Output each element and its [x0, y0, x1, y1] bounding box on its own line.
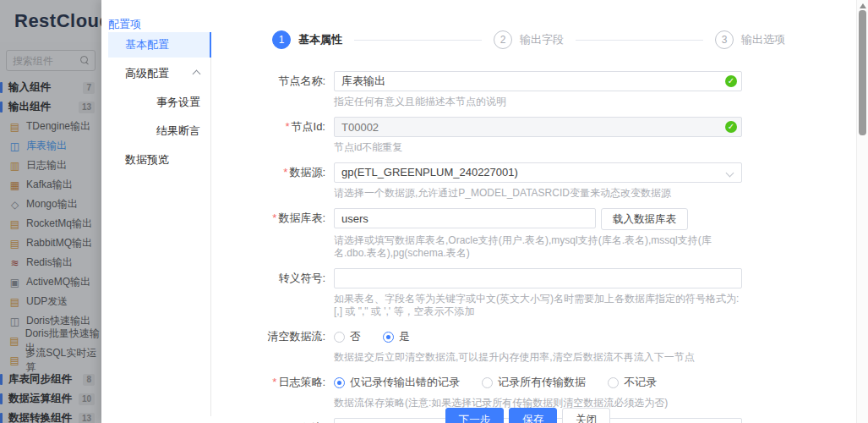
required-mark: *	[283, 166, 287, 179]
escape-label: 转义符号:	[211, 268, 334, 327]
step-basic-attrs[interactable]: 1 基本属性	[272, 30, 342, 49]
config-main: 1 基本属性 2 输出字段 3 输出选项 节点名称: ✓ 指定任何有意义且能描述…	[211, 0, 844, 423]
escape-help: 如果表名、字段名等为关键字或中文(英文大小写)名时需要加上各数据库指定的符号格式…	[334, 293, 742, 318]
clear-stream-label: 清空数据流:	[211, 327, 334, 372]
log-policy-option-all[interactable]: 记录所有传输数据	[482, 375, 586, 390]
node-id-label: *节点Id:	[211, 117, 334, 162]
next-step-button[interactable]: 下一步	[445, 408, 505, 423]
db-table-help: 请选择或填写数据库表名,Oracle支持(用户.表名),mysql支持(库名.表…	[334, 234, 742, 260]
datasource-label: *数据源:	[211, 162, 334, 208]
basic-config-form: 节点名称: ✓ 指定任何有意义且能描述本节点的说明 *节点Id: ✓ 节点id不…	[211, 71, 742, 423]
form-row-clear-stream: 清空数据流: 否 是 数据提交后立即清空数据流,可以提升内存使用率,清空后数据流…	[211, 327, 742, 372]
clear-stream-option-yes[interactable]: 是	[383, 329, 410, 344]
step-number: 2	[494, 30, 512, 49]
log-policy-option-errors-only[interactable]: 仅记录传输出错的记录	[334, 375, 460, 390]
node-name-input[interactable]	[334, 71, 742, 91]
nav-item-transaction-settings[interactable]: 事务设置	[108, 90, 211, 115]
form-actions: 下一步 保存 关闭	[211, 408, 844, 423]
nav-item-result-assert[interactable]: 结果断言	[108, 118, 211, 144]
nav-item-basic-config[interactable]: 基本配置	[108, 32, 211, 58]
required-mark: *	[272, 212, 276, 224]
required-mark: *	[272, 376, 276, 388]
scrollbar-thumb[interactable]	[859, 10, 866, 135]
panel-title: 配置项	[108, 17, 141, 32]
radio-icon[interactable]	[334, 332, 345, 343]
collapse-caret-icon[interactable]	[193, 70, 201, 79]
step-number: 1	[272, 30, 291, 49]
form-row-db-table: *数据库表: 载入数据库表 请选择或填写数据库表名,Oracle支持(用户.表名…	[211, 208, 742, 268]
node-id-help: 节点id不能重复	[334, 141, 742, 154]
datasource-select[interactable]: gp(ETL_GREENPLUM_240227001)	[334, 162, 742, 183]
node-config-panel: 配置项 基本配置 高级配置 事务设置 结果断言 数据预览 1 基本属性 2 输出…	[101, 0, 856, 423]
node-name-help: 指定任何有意义且能描述本节点的说明	[334, 96, 742, 108]
db-table-label: *数据库表:	[211, 208, 334, 268]
datasource-help: 请选择一个数据源,允许通过P_MODEL_DATASRCID变量来动态改变数据源	[334, 187, 742, 200]
save-button[interactable]: 保存	[509, 408, 557, 423]
page-scrollbar[interactable]	[856, 0, 868, 423]
step-connector	[576, 40, 703, 41]
chevron-down-icon	[726, 169, 734, 178]
db-table-input[interactable]	[334, 208, 596, 228]
form-row-escape: 转义符号: 如果表名、字段名等为关键字或中文(英文大小写)名时需要加上各数据库指…	[211, 268, 742, 327]
modal-overlay	[0, 0, 101, 423]
node-id-input	[334, 117, 742, 137]
form-row-node-id: *节点Id: ✓ 节点id不能重复	[211, 117, 742, 162]
clear-stream-option-no[interactable]: 否	[334, 329, 361, 344]
radio-checked-icon[interactable]	[334, 377, 345, 388]
step-number: 3	[715, 30, 734, 49]
config-nav: 基本配置 高级配置 事务设置 结果断言 数据预览	[108, 32, 211, 176]
step-connector	[354, 40, 482, 41]
step-output-fields[interactable]: 2 输出字段	[494, 30, 564, 49]
required-mark: *	[285, 120, 289, 133]
form-row-datasource: *数据源: gp(ETL_GREENPLUM_240227001) 请选择一个数…	[211, 162, 742, 208]
load-tables-button[interactable]: 载入数据库表	[601, 208, 688, 230]
clear-stream-help: 数据提交后立即清空数据流,可以提升内存使用率,清空后数据流不再流入下一节点	[334, 351, 742, 364]
nav-item-data-preview[interactable]: 数据预览	[108, 147, 211, 173]
valid-check-icon: ✓	[725, 121, 737, 133]
escape-input[interactable]	[334, 268, 742, 288]
radio-icon[interactable]	[482, 377, 493, 388]
node-name-label: 节点名称:	[211, 71, 334, 117]
radio-icon[interactable]	[608, 377, 619, 388]
nav-item-advanced-config[interactable]: 高级配置	[108, 61, 211, 86]
valid-check-icon: ✓	[725, 75, 737, 87]
step-wizard: 1 基本属性 2 输出字段 3 输出选项	[272, 30, 785, 49]
close-button[interactable]: 关闭	[562, 408, 610, 423]
step-output-options[interactable]: 3 输出选项	[715, 30, 785, 49]
scroll-up-arrow-icon[interactable]	[860, 3, 866, 8]
form-row-node-name: 节点名称: ✓ 指定任何有意义且能描述本节点的说明	[211, 71, 742, 117]
log-policy-option-none[interactable]: 不记录	[608, 375, 657, 390]
radio-checked-icon[interactable]	[383, 332, 394, 343]
